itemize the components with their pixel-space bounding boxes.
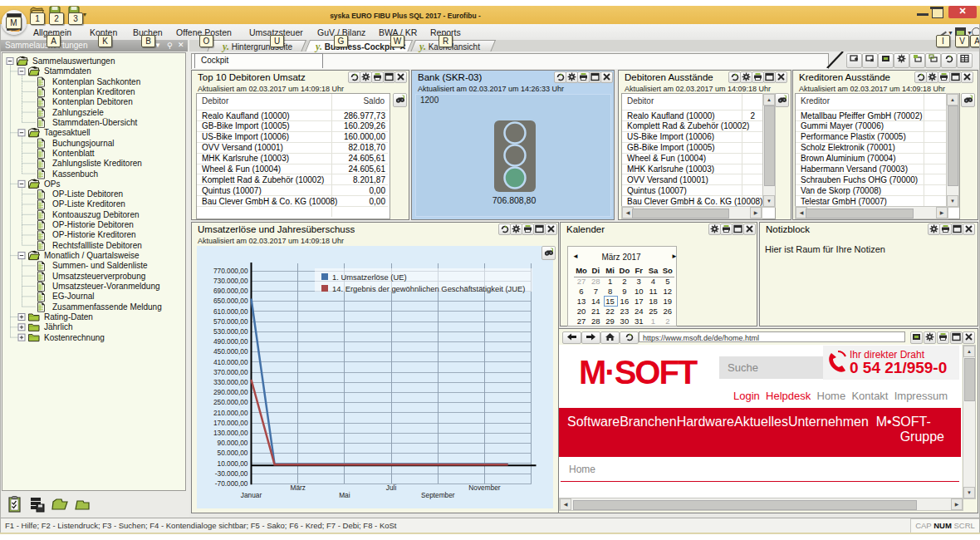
svg-text:Buchungsjournal: Buchungsjournal <box>52 139 115 148</box>
svg-text:Umsatzsteuer-Voranmeldung: Umsatzsteuer-Voranmeldung <box>52 282 160 291</box>
svg-text:90.000,00: 90.000,00 <box>218 439 248 447</box>
svg-text:690.000,00: 690.000,00 <box>213 287 248 295</box>
svg-text:-70.000,00: -70.000,00 <box>215 479 248 488</box>
svg-text:610.000,00: 610.000,00 <box>213 307 248 316</box>
svg-text:Zahlungsziele: Zahlungsziele <box>52 108 104 117</box>
svg-text:März: März <box>290 484 305 492</box>
svg-text:Tagesaktuell: Tagesaktuell <box>44 128 91 137</box>
svg-text:Kontenblatt: Kontenblatt <box>52 149 95 158</box>
svg-text:EG-Journal: EG-Journal <box>52 292 95 301</box>
svg-text:730.000,00: 730.000,00 <box>213 277 248 285</box>
svg-text:Zahlungsliste Kreditoren: Zahlungsliste Kreditoren <box>52 159 142 168</box>
svg-text:10.000,00: 10.000,00 <box>218 459 248 468</box>
svg-text:Kostenrechnung: Kostenrechnung <box>44 333 105 342</box>
svg-text:Kontenplan Kreditoren: Kontenplan Kreditoren <box>52 87 135 96</box>
svg-text:November: November <box>468 484 501 492</box>
svg-text:Kontenplan Debitoren: Kontenplan Debitoren <box>52 97 133 106</box>
svg-text:130.000,00: 130.000,00 <box>213 429 248 437</box>
svg-text:Stammdaten-Übersicht: Stammdaten-Übersicht <box>52 118 137 127</box>
svg-text:Stammdaten: Stammdaten <box>44 66 91 76</box>
svg-text:Zusammenfassende Meldung: Zusammenfassende Meldung <box>52 302 162 312</box>
svg-text:370.000,00: 370.000,00 <box>213 368 248 376</box>
svg-text:Kontenplan Sachkonten: Kontenplan Sachkonten <box>52 77 140 86</box>
svg-text:530.000,00: 530.000,00 <box>213 327 248 336</box>
svg-text:Juli: Juli <box>386 484 397 492</box>
svg-text:OP-Liste Kreditoren: OP-Liste Kreditoren <box>52 199 125 209</box>
svg-text:50.000,00: 50.000,00 <box>218 449 248 457</box>
svg-text:OPs: OPs <box>44 179 60 189</box>
svg-text:570.000,00: 570.000,00 <box>213 317 248 326</box>
svg-text:Sammelauswertungen: Sammelauswertungen <box>32 56 115 66</box>
svg-text:Kontoauszug Debitoren: Kontoauszug Debitoren <box>52 210 140 219</box>
svg-text:Januar: Januar <box>241 491 262 499</box>
svg-text:290.000,00: 290.000,00 <box>213 388 248 396</box>
svg-text:OP-Liste Debitoren: OP-Liste Debitoren <box>52 189 123 199</box>
svg-text:450.000,00: 450.000,00 <box>213 347 248 356</box>
svg-text:Kassenbuch: Kassenbuch <box>52 169 98 179</box>
svg-text:Umsatzsteuerverprobung: Umsatzsteuerverprobung <box>52 272 145 281</box>
svg-text:410.000,00: 410.000,00 <box>213 358 248 366</box>
svg-text:Rechtsfallliste Debitoren: Rechtsfallliste Debitoren <box>52 241 142 250</box>
svg-text:14. Ergebnis der gewöhnlichen: 14. Ergebnis der gewöhnlichen Geschäftst… <box>332 284 525 293</box>
svg-text:Rating-Daten: Rating-Daten <box>44 312 93 322</box>
svg-text:September: September <box>421 491 455 499</box>
svg-text:Mai: Mai <box>339 491 350 499</box>
svg-text:OP-Historie Debitoren: OP-Historie Debitoren <box>52 220 134 229</box>
svg-text:250.000,00: 250.000,00 <box>213 398 248 406</box>
svg-text:OP-Historie Kreditoren: OP-Historie Kreditoren <box>52 230 136 239</box>
svg-text:210.000,00: 210.000,00 <box>213 409 248 417</box>
svg-text:1. Umsatzerlöse (UE): 1. Umsatzerlöse (UE) <box>332 272 407 282</box>
svg-text:-30.000,00: -30.000,00 <box>215 469 248 478</box>
svg-text:330.000,00: 330.000,00 <box>213 378 248 386</box>
svg-text:Monatlich / Quartalsweise: Monatlich / Quartalsweise <box>44 251 140 260</box>
svg-text:650.000,00: 650.000,00 <box>213 297 248 305</box>
svg-text:Summen- und Saldenliste: Summen- und Saldenliste <box>52 261 148 270</box>
svg-text:770.000,00: 770.000,00 <box>213 267 248 275</box>
svg-text:490.000,00: 490.000,00 <box>213 337 248 346</box>
svg-text:170.000,00: 170.000,00 <box>213 419 248 427</box>
svg-text:Jährlich: Jährlich <box>44 322 72 331</box>
